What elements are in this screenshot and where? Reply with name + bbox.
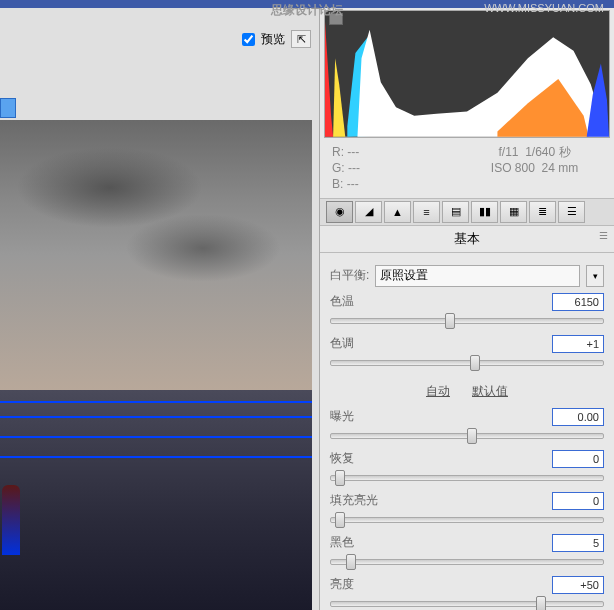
slider-exposure-thumb[interactable] xyxy=(467,428,477,444)
slider-tint-label: 色调 xyxy=(330,335,354,352)
main-layout: 预览 ⇱ xyxy=(0,8,614,610)
slider-exposure: 曝光 xyxy=(330,408,604,444)
slider-recovery-track[interactable] xyxy=(330,470,604,486)
tab-detail-icon[interactable]: ▲ xyxy=(384,201,411,223)
white-balance-row: 白平衡: ▾ xyxy=(330,265,604,287)
histogram-svg xyxy=(325,11,609,137)
slider-exposure-value[interactable] xyxy=(552,408,604,426)
slider-recovery-label: 恢复 xyxy=(330,450,354,467)
tab-basic-icon[interactable]: ◉ xyxy=(326,201,353,223)
watermark-text: 思缘设计论坛 xyxy=(271,2,343,19)
slider-tint-track[interactable] xyxy=(330,355,604,371)
tab-curve-icon[interactable]: ◢ xyxy=(355,201,382,223)
tool-tabs: ◉ ◢ ▲ ≡ ▤ ▮▮ ▦ ≣ ☰ xyxy=(320,198,614,226)
slider-black-track[interactable] xyxy=(330,554,604,570)
preview-label: 预览 xyxy=(261,31,285,48)
panel-menu-icon[interactable]: ☰ xyxy=(599,230,608,241)
wb-select[interactable] xyxy=(375,265,580,287)
tab-lens-icon[interactable]: ▮▮ xyxy=(471,201,498,223)
slider-recovery: 恢复 xyxy=(330,450,604,486)
slider-temp: 色温 xyxy=(330,293,604,329)
slider-temp-value[interactable] xyxy=(552,293,604,311)
tab-hsl-icon[interactable]: ≡ xyxy=(413,201,440,223)
meta-b: B: --- xyxy=(332,176,467,192)
chevron-down-icon[interactable]: ▾ xyxy=(586,265,604,287)
preview-bridge xyxy=(0,390,312,611)
tab-split-icon[interactable]: ▤ xyxy=(442,201,469,223)
meta-g: G: --- xyxy=(332,160,467,176)
slider-brightness-label: 亮度 xyxy=(330,576,354,593)
slider-fill-thumb[interactable] xyxy=(335,512,345,528)
slider-tint: 色调 xyxy=(330,335,604,371)
slider-exposure-track[interactable] xyxy=(330,428,604,444)
slider-fill: 填充亮光 xyxy=(330,492,604,528)
adjustments-panel: R: --- G: --- B: --- f/11 1/640 秒 ISO 80… xyxy=(320,8,614,610)
auto-link[interactable]: 自动 xyxy=(426,383,450,400)
slider-recovery-thumb[interactable] xyxy=(335,470,345,486)
auto-default-row: 自动 默认值 xyxy=(330,383,604,400)
preview-toolbar: 预览 ⇱ xyxy=(242,30,311,48)
slider-recovery-value[interactable] xyxy=(552,450,604,468)
slider-black: 黑色 xyxy=(330,534,604,570)
slider-temp-label: 色温 xyxy=(330,293,354,310)
slider-fill-label: 填充亮光 xyxy=(330,492,378,509)
wb-label: 白平衡: xyxy=(330,267,369,284)
image-tab-marker[interactable] xyxy=(0,98,16,118)
fullscreen-icon[interactable]: ⇱ xyxy=(291,30,311,48)
slider-brightness-value[interactable] xyxy=(552,576,604,594)
tab-fx-icon[interactable]: ▦ xyxy=(500,201,527,223)
slider-temp-track[interactable] xyxy=(330,313,604,329)
slider-brightness-thumb[interactable] xyxy=(536,596,546,610)
slider-tint-value[interactable] xyxy=(552,335,604,353)
image-preview[interactable] xyxy=(0,120,312,610)
slider-exposure-label: 曝光 xyxy=(330,408,354,425)
watermark-url: WWW.MISSYUAN.COM xyxy=(484,2,604,14)
slider-black-value[interactable] xyxy=(552,534,604,552)
tab-presets-icon[interactable]: ☰ xyxy=(558,201,585,223)
meta-exposure-line: f/11 1/640 秒 xyxy=(467,144,602,160)
default-link[interactable]: 默认值 xyxy=(472,383,508,400)
tab-calib-icon[interactable]: ≣ xyxy=(529,201,556,223)
metadata-readout: R: --- G: --- B: --- f/11 1/640 秒 ISO 80… xyxy=(320,138,614,198)
histogram[interactable] xyxy=(324,10,610,138)
preview-sky xyxy=(0,120,312,390)
slider-fill-value[interactable] xyxy=(552,492,604,510)
slider-brightness-track[interactable] xyxy=(330,596,604,610)
slider-brightness: 亮度 xyxy=(330,576,604,610)
preview-checkbox[interactable] xyxy=(242,33,255,46)
slider-black-label: 黑色 xyxy=(330,534,354,551)
slider-black-thumb[interactable] xyxy=(346,554,356,570)
slider-temp-thumb[interactable] xyxy=(445,313,455,329)
panel-title: 基本 ☰ xyxy=(320,226,614,253)
slider-tint-thumb[interactable] xyxy=(470,355,480,371)
left-preview-panel: 预览 ⇱ xyxy=(0,8,320,610)
meta-r: R: --- xyxy=(332,144,467,160)
controls-area: 白平衡: ▾ 色温 色调 自动 默认值 曝光 xyxy=(320,253,614,610)
slider-fill-track[interactable] xyxy=(330,512,604,528)
meta-iso-line: ISO 800 24 mm xyxy=(467,160,602,176)
